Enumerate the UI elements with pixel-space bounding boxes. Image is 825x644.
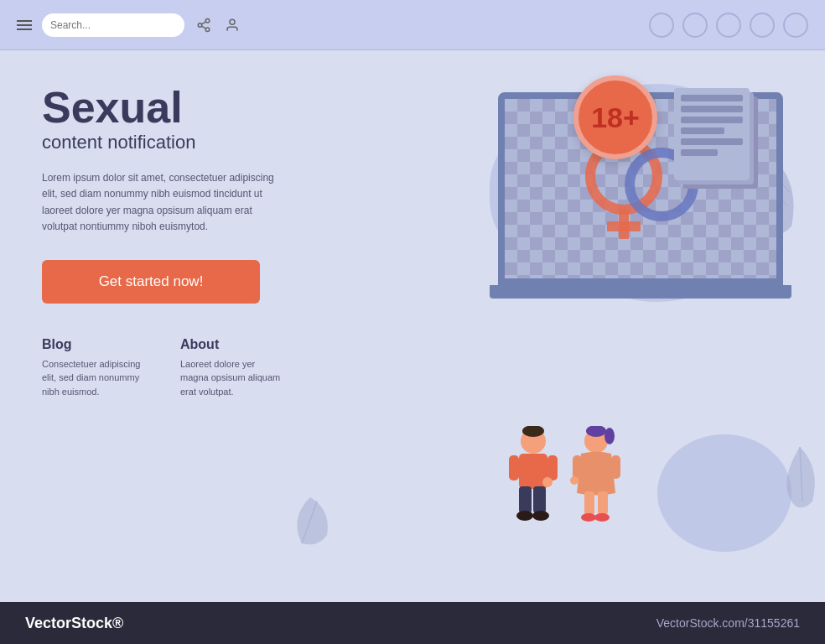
watermark-logo: VectorStock® (25, 615, 123, 632)
circle-btn-4[interactable] (750, 13, 775, 38)
svg-point-35 (581, 513, 596, 522)
browser-toolbar (0, 0, 825, 50)
search-input[interactable] (42, 13, 184, 37)
svg-point-36 (594, 513, 610, 522)
about-title: About (180, 337, 285, 352)
share-icon[interactable] (195, 16, 213, 34)
user-icon[interactable] (223, 16, 241, 34)
girl-character (569, 426, 624, 535)
laptop-base (490, 285, 791, 299)
footer-about: About Laoreet dolore yer magna opsisum a… (180, 337, 285, 399)
document-stack (674, 92, 750, 184)
right-panel: 18+ (319, 50, 825, 602)
age-badge-text: 18+ (591, 101, 640, 134)
circle-btn-3[interactable] (716, 13, 741, 38)
svg-rect-24 (533, 486, 546, 513)
age-badge: 18+ (573, 75, 657, 159)
svg-rect-34 (598, 491, 608, 515)
svg-rect-21 (509, 455, 519, 480)
watermark-url: VectorStock.com/31155261 (656, 616, 800, 630)
svg-point-26 (532, 511, 549, 521)
svg-point-5 (230, 19, 235, 24)
cta-button[interactable]: Get started now! (42, 260, 260, 304)
footer-blog: Blog Consectetuer adipiscing elit, sed d… (42, 337, 147, 399)
svg-point-37 (570, 476, 579, 485)
svg-line-3 (201, 26, 205, 29)
characters-illustration (504, 426, 624, 535)
blog-title: Blog (42, 337, 147, 352)
main-heading: Sexual (42, 84, 285, 132)
svg-point-2 (205, 28, 210, 32)
svg-point-1 (198, 23, 202, 27)
main-content: Sexual content notification Lorem ipsum … (0, 50, 825, 602)
hamburger-menu[interactable] (17, 20, 32, 30)
blog-text: Consectetuer adipiscing elit, sed diam n… (42, 357, 147, 399)
boy-character (504, 426, 563, 535)
svg-rect-31 (573, 455, 582, 479)
circle-btn-5[interactable] (783, 13, 808, 38)
svg-point-27 (542, 477, 553, 487)
circle-btn-1[interactable] (649, 13, 674, 38)
about-text: Laoreet dolore yer magna opsisum aliquam… (180, 357, 285, 399)
lorem-paragraph: Lorem ipsum dolor sit amet, consectetuer… (42, 170, 285, 235)
svg-point-30 (604, 428, 615, 444)
sub-heading: content notification (42, 132, 285, 153)
browser-circles (649, 13, 808, 38)
svg-rect-32 (611, 455, 620, 479)
circle-btn-2[interactable] (682, 13, 708, 38)
footer-links: Blog Consectetuer adipiscing elit, sed d… (42, 337, 285, 399)
svg-rect-22 (547, 455, 558, 480)
watermark-bar: VectorStock® VectorStock.com/31155261 (0, 602, 825, 644)
svg-rect-23 (519, 486, 532, 513)
svg-point-0 (205, 18, 210, 23)
svg-point-25 (516, 511, 533, 521)
svg-rect-33 (584, 491, 594, 515)
svg-line-4 (201, 21, 205, 23)
left-panel: Sexual content notification Lorem ipsum … (0, 50, 319, 602)
